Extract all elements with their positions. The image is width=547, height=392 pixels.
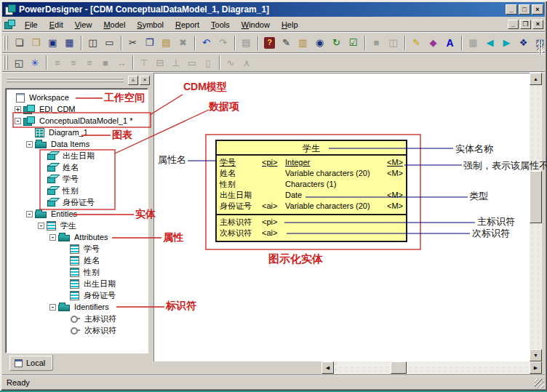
tree-item-diagram-1[interactable]: Diagram_1	[6, 127, 148, 138]
tree-item-attribute-birthdate[interactable]: 出生日期	[6, 278, 148, 289]
same-height-button[interactable]: ▯	[200, 55, 216, 71]
scroll-up-icon[interactable]: ▲	[530, 73, 542, 85]
space-horizontally-button[interactable]: ↔	[113, 55, 129, 71]
tree-item-attribute-gender[interactable]: 性别	[6, 266, 148, 278]
redo-button[interactable]: ↷	[215, 34, 231, 51]
tree-item-dataitem-idnumber[interactable]: 身份证号	[6, 196, 148, 208]
entity-identifier-row[interactable]: 次标识符 <ai>	[220, 228, 403, 239]
align-middle-button[interactable]: ⊟	[152, 55, 168, 71]
panel-gripper[interactable]	[7, 78, 124, 83]
properties-button[interactable]: ▤	[238, 34, 255, 51]
align-left-button[interactable]: ≡	[49, 55, 65, 71]
tree-item-workspace[interactable]: Workspace	[6, 92, 148, 103]
delete-button[interactable]: ✖	[175, 34, 191, 51]
entity-attribute-row[interactable]: 性别 Characters (1)	[220, 179, 403, 190]
paste-button[interactable]: ▤	[158, 34, 175, 51]
tree-item-attribute-studentno[interactable]: 学号	[6, 243, 148, 255]
vertical-scrollbar-thumb[interactable]	[530, 171, 542, 223]
print-preview-button[interactable]: ◫	[84, 34, 101, 51]
tree-expand-toggle[interactable]: -	[26, 141, 33, 148]
tree-item-data-items[interactable]: - Data Items	[6, 138, 148, 150]
tree-expand-toggle[interactable]: -	[49, 304, 56, 311]
pen-style-button[interactable]: ✎	[408, 34, 425, 51]
save-button[interactable]: ▣	[44, 34, 61, 51]
menu-symbol[interactable]: Symbol	[131, 18, 169, 31]
panel-close-button[interactable]: ×	[140, 76, 150, 85]
tree-expand-toggle[interactable]: -	[38, 223, 44, 229]
tree-item-conceptual-data-model-1[interactable]: - ConceptualDataModel_1 *	[6, 115, 148, 127]
print-button[interactable]: ▭	[101, 34, 118, 51]
font-button[interactable]: A	[442, 34, 458, 51]
menu-report[interactable]: Report	[169, 18, 205, 31]
next-diagram-button[interactable]: ▶	[498, 34, 515, 51]
entity-identifier-row[interactable]: 主标识符 <pi>	[220, 217, 403, 228]
find-button[interactable]: ◉	[311, 34, 328, 51]
refresh-button[interactable]: ↻	[328, 34, 345, 51]
ole-object-button[interactable]: ■	[368, 34, 385, 51]
tree-expand-toggle[interactable]: +	[15, 106, 21, 113]
menu-view[interactable]: View	[69, 18, 98, 31]
tree-item-attributes[interactable]: - Attributes	[6, 231, 148, 243]
horizontal-scrollbar-thumb[interactable]	[391, 361, 407, 374]
entity-attribute-row[interactable]: 身份证号 <ai> Variable characters (20) <M>	[220, 201, 403, 212]
tree-expand-toggle[interactable]: -	[15, 118, 21, 124]
align-top-button[interactable]: ⊤	[136, 55, 152, 71]
previous-diagram-button[interactable]: ◀	[482, 34, 498, 51]
open-button[interactable]: ❒	[28, 34, 44, 51]
title-frame-button[interactable]: ◫	[385, 34, 402, 51]
same-size-button[interactable]: ■	[97, 55, 113, 71]
resize-grip[interactable]	[535, 379, 544, 388]
vertical-scrollbar[interactable]: ▲ ▼	[530, 73, 542, 361]
tree-expand-toggle[interactable]: -	[49, 234, 56, 241]
menu-model[interactable]: Model	[97, 18, 131, 31]
entity-attribute-row[interactable]: 姓名 Variable characters (20) <M>	[220, 168, 403, 179]
align-bottom-button[interactable]: ⊥	[168, 55, 184, 71]
same-width-button[interactable]: ▭	[184, 55, 200, 71]
menu-window[interactable]: Window	[236, 18, 276, 31]
horizontal-scrollbar[interactable]: ◀ ▶	[322, 361, 542, 374]
fill-style-button[interactable]: ◆	[425, 34, 442, 51]
save-all-button[interactable]: ▦	[61, 34, 78, 51]
scroll-down-icon[interactable]: ▼	[530, 349, 542, 361]
entity-title[interactable]: 学生	[217, 141, 406, 156]
entity-symbol-student[interactable]: 学生 学号 <pi> Integer <M> 姓名 Variable chara…	[215, 140, 407, 242]
browser-window-button[interactable]: ❖	[515, 34, 532, 51]
tab-local[interactable]: Local	[9, 355, 53, 371]
tree-expand-toggle[interactable]: -	[26, 211, 33, 217]
tree-item-dataitem-name[interactable]: 姓名	[6, 161, 148, 173]
tree-item-entity-student[interactable]: - 学生	[6, 220, 148, 231]
entity-attribute-row[interactable]: 学号 <pi> Integer <M>	[220, 157, 403, 168]
undo-button[interactable]: ↶	[198, 34, 215, 51]
scroll-left-icon[interactable]: ◀	[322, 361, 334, 374]
menu-edit[interactable]: Edit	[44, 18, 69, 31]
tree-item-identifier-primary[interactable]: 主标识符	[6, 313, 148, 324]
help-button[interactable]: ?	[261, 34, 278, 51]
check-model-button[interactable]: ✎	[278, 34, 295, 51]
new-button[interactable]: ❏	[11, 34, 28, 51]
entity-attribute-row[interactable]: 出生日期 Date <M>	[220, 190, 403, 201]
tree-item-identifier-secondary[interactable]: 次标识符	[6, 324, 148, 336]
merge-model-button[interactable]: ▥	[295, 34, 311, 51]
link-style-button[interactable]: ∿	[223, 55, 239, 71]
tree-item-attribute-name[interactable]: 姓名	[6, 255, 148, 266]
tree-item-edi-cdm[interactable]: + EDI_CDM	[6, 103, 148, 115]
display-preferences-button[interactable]: ✳	[27, 55, 43, 71]
mdi-minimize-button[interactable]: _	[508, 20, 519, 29]
maximize-button[interactable]: □	[519, 4, 530, 15]
menu-tools[interactable]: Tools	[205, 18, 236, 31]
grid-button[interactable]: ▦	[465, 34, 482, 51]
mdi-close-button[interactable]: ×	[532, 20, 543, 29]
menu-help[interactable]: Help	[276, 18, 304, 31]
close-button[interactable]: ×	[532, 4, 543, 15]
check-button[interactable]: ☑	[345, 34, 362, 51]
tree-item-dataitem-studentno[interactable]: 学号	[6, 173, 148, 185]
fit-page-button[interactable]: ◱	[11, 55, 27, 71]
menu-file[interactable]: File	[19, 18, 44, 31]
align-center-button[interactable]: ≡	[65, 55, 81, 71]
tree-item-entities[interactable]: - Entities	[6, 208, 148, 220]
align-right-button[interactable]: ≡	[81, 55, 97, 71]
tree-item-dataitem-birthdate[interactable]: 出生日期	[6, 150, 148, 161]
scroll-right-icon[interactable]: ▶	[530, 361, 542, 374]
copy-button[interactable]: ❐	[141, 34, 158, 51]
mdi-restore-button[interactable]: ❐	[520, 20, 531, 29]
